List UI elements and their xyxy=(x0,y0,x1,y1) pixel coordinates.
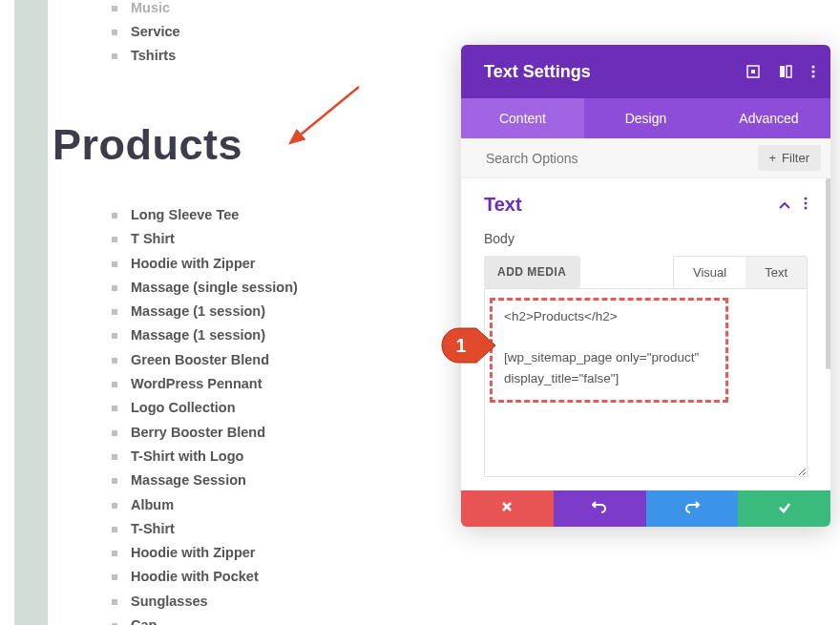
cancel-button[interactable] xyxy=(461,490,554,527)
undo-button[interactable] xyxy=(554,490,646,527)
search-row: + Filter xyxy=(461,138,830,178)
search-input[interactable] xyxy=(486,151,758,166)
tab-design[interactable]: Design xyxy=(584,98,707,138)
list-item[interactable]: Service xyxy=(131,20,453,44)
list-item[interactable]: Massage (1 session) xyxy=(131,323,453,347)
editor-tabs: Visual Text xyxy=(673,256,808,288)
list-item[interactable]: Cap xyxy=(131,614,453,625)
svg-rect-4 xyxy=(787,66,791,77)
page-left-accent xyxy=(14,0,48,625)
scrollbar[interactable] xyxy=(826,178,830,369)
check-icon xyxy=(778,500,791,517)
redo-icon xyxy=(684,500,700,517)
list-item[interactable]: Sunglasses xyxy=(131,590,453,614)
panel-footer xyxy=(461,490,830,527)
list-item[interactable]: Massage Session xyxy=(131,469,453,492)
editor-tab-visual[interactable]: Visual xyxy=(674,257,746,288)
editor-tab-text[interactable]: Text xyxy=(746,257,807,288)
category-list: Music Service Tshirts xyxy=(131,0,453,68)
page-content: Music Service Tshirts Products Long Slee… xyxy=(52,0,453,625)
svg-point-9 xyxy=(805,201,808,204)
more-icon[interactable] xyxy=(804,197,808,214)
code-textarea[interactable] xyxy=(484,288,808,477)
list-item[interactable]: Green Booster Blend xyxy=(131,348,453,372)
add-media-button[interactable]: ADD MEDIA xyxy=(484,256,580,288)
svg-rect-2 xyxy=(751,70,755,73)
svg-point-8 xyxy=(805,197,808,199)
filter-label: Filter xyxy=(782,151,809,165)
snap-icon[interactable] xyxy=(779,65,792,78)
list-item[interactable]: Massage (single session) xyxy=(131,276,453,300)
list-item[interactable]: Logo Collection xyxy=(131,396,453,420)
list-item[interactable]: T-Shirt with Logo xyxy=(131,445,453,469)
list-item[interactable]: T-Shirt xyxy=(131,517,453,541)
chevron-up-icon[interactable] xyxy=(779,197,790,214)
plus-icon: + xyxy=(769,151,777,165)
svg-rect-3 xyxy=(780,66,785,77)
products-heading: Products xyxy=(52,120,453,170)
more-icon[interactable] xyxy=(811,65,815,78)
list-item[interactable]: Hoodie with Zipper xyxy=(131,541,453,565)
redo-button[interactable] xyxy=(646,490,739,527)
list-item[interactable]: T Shirt xyxy=(131,227,453,251)
panel-tabs: Content Design Advanced xyxy=(461,98,830,138)
filter-button[interactable]: + Filter xyxy=(758,145,821,171)
svg-point-5 xyxy=(811,65,814,68)
list-item[interactable]: Hoodie with Zipper xyxy=(131,252,453,276)
section-title: Text xyxy=(484,194,779,216)
svg-point-6 xyxy=(811,70,814,73)
body-label: Body xyxy=(484,231,808,246)
panel-title: Text Settings xyxy=(484,62,746,82)
save-button[interactable] xyxy=(738,490,830,527)
list-item[interactable]: Long Sleeve Tee xyxy=(131,203,453,227)
list-item[interactable]: WordPress Pennant xyxy=(131,372,453,396)
text-section: Text Body ADD MEDIA Visual Text xyxy=(461,178,830,490)
product-list: Long Sleeve Tee T Shirt Hoodie with Zipp… xyxy=(131,203,453,625)
list-item[interactable]: Tshirts xyxy=(131,44,453,68)
text-settings-panel: Text Settings Content Design Advanced + … xyxy=(461,45,830,527)
tab-content[interactable]: Content xyxy=(461,98,584,138)
list-item[interactable]: Massage (1 session) xyxy=(131,300,453,323)
list-item[interactable]: Berry Booster Blend xyxy=(131,421,453,445)
list-item[interactable]: Hoodie with Pocket xyxy=(131,565,453,589)
close-icon xyxy=(500,500,514,517)
undo-icon xyxy=(592,500,607,517)
tab-advanced[interactable]: Advanced xyxy=(707,98,830,138)
svg-point-10 xyxy=(805,206,808,209)
panel-header: Text Settings xyxy=(461,45,830,98)
expand-icon[interactable] xyxy=(746,65,760,78)
list-item[interactable]: Music xyxy=(131,0,453,20)
svg-point-7 xyxy=(811,74,814,77)
list-item[interactable]: Album xyxy=(131,493,453,517)
